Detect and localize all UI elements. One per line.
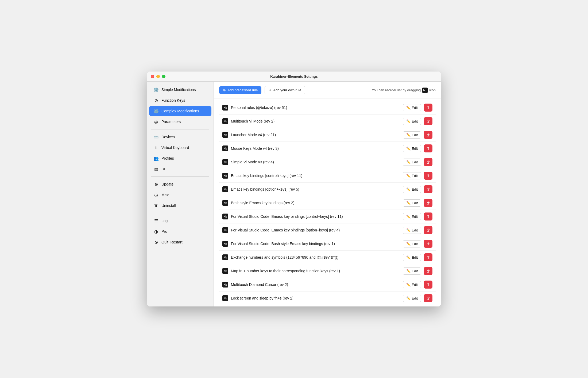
rule-row: N↕ Emacs key bindings [option+keys] (rev…	[219, 183, 436, 196]
edit-rule-button[interactable]: ✏️ Edit	[403, 213, 421, 220]
trash-icon: 🗑	[426, 146, 430, 151]
edit-rule-button[interactable]: ✏️ Edit	[403, 118, 421, 125]
edit-pencil-icon: ✏️	[406, 119, 411, 123]
sidebar-item-uninstall[interactable]: 🗑 Uninstall	[149, 200, 211, 211]
edit-label: Edit	[412, 147, 418, 151]
rule-row: N↕ Emacs key bindings [control+keys] (re…	[219, 169, 436, 183]
edit-pencil-icon: ✏️	[406, 269, 411, 273]
edit-rule-button[interactable]: ✏️ Edit	[403, 172, 421, 179]
edit-label: Edit	[412, 242, 418, 246]
minimize-button[interactable]	[156, 75, 160, 78]
sidebar-item-function-keys[interactable]: ⊙ Function Keys	[149, 95, 211, 105]
ui-icon: ▤	[153, 166, 159, 172]
maximize-button[interactable]	[162, 75, 165, 78]
edit-label: Edit	[412, 228, 418, 232]
update-icon: ⊕	[153, 182, 159, 187]
edit-rule-button[interactable]: ✏️ Edit	[403, 267, 421, 275]
rule-karabiner-icon: N↕	[222, 268, 228, 274]
rule-row: N↕ Launcher Mode v4 (rev 21) ✏️ Edit 🗑	[219, 128, 436, 142]
edit-pencil-icon: ✏️	[406, 228, 411, 232]
sidebar-label-simple-modifications: Simple Modifications	[161, 88, 196, 92]
rule-name: For Visual Studio Code: Bash style Emacs…	[231, 242, 400, 246]
edit-rule-button[interactable]: ✏️ Edit	[403, 186, 421, 193]
rule-karabiner-icon: N↕	[222, 118, 228, 124]
titlebar: Karabiner-Elements Settings	[147, 72, 441, 82]
sidebar-item-pro[interactable]: ◑ Pro	[149, 226, 211, 237]
sidebar-item-simple-modifications[interactable]: ⚙️ Simple Modifications	[149, 85, 211, 95]
close-button[interactable]	[151, 75, 154, 78]
trash-icon: 🗑	[426, 201, 430, 205]
sidebar-item-complex-modifications[interactable]: ⚙️ Complex Modifications	[149, 106, 211, 116]
rule-name: Simple Vi Mode v3 (rev 4)	[231, 160, 400, 164]
delete-rule-button[interactable]: 🗑	[424, 240, 432, 248]
edit-rule-button[interactable]: ✏️ Edit	[403, 131, 421, 139]
sidebar-item-ui[interactable]: ▤ UI	[149, 164, 211, 174]
log-icon: ☰	[153, 218, 159, 223]
edit-rule-button[interactable]: ✏️ Edit	[403, 254, 421, 261]
edit-rule-button[interactable]: ✏️ Edit	[403, 295, 421, 302]
delete-rule-button[interactable]: 🗑	[424, 104, 432, 112]
sidebar-item-profiles[interactable]: 👥 Profiles	[149, 153, 211, 163]
delete-rule-button[interactable]: 🗑	[424, 212, 432, 220]
rule-karabiner-icon: N↕	[222, 254, 228, 260]
rule-name: Lock screen and sleep by fn+s (rev 2)	[231, 296, 400, 300]
sidebar-item-quit-restart[interactable]: ⊗ Quit, Restart	[149, 237, 211, 247]
rule-karabiner-icon: N↕	[222, 227, 228, 233]
add-predefined-rule-button[interactable]: ⊕ Add predefined rule	[219, 86, 261, 94]
sidebar-label-ui: UI	[161, 167, 165, 171]
content-area: ⚙️ Simple Modifications ⊙ Function Keys …	[147, 82, 441, 306]
edit-rule-button[interactable]: ✏️ Edit	[403, 227, 421, 234]
delete-rule-button[interactable]: 🗑	[424, 199, 432, 207]
delete-rule-button[interactable]: 🗑	[424, 117, 432, 125]
add-own-rule-button[interactable]: ✦ Add your own rule	[265, 86, 305, 94]
edit-rule-button[interactable]: ✏️ Edit	[403, 281, 421, 288]
edit-pencil-icon: ✏️	[406, 215, 411, 219]
edit-rule-button[interactable]: ✏️ Edit	[403, 104, 421, 111]
add-own-label: Add your own rule	[273, 88, 301, 92]
sidebar-label-complex-modifications: Complex Modifications	[161, 109, 199, 113]
sidebar-item-devices[interactable]: ⌨️ Devices	[149, 132, 211, 142]
edit-rule-button[interactable]: ✏️ Edit	[403, 199, 421, 207]
edit-rule-button[interactable]: ✏️ Edit	[403, 145, 421, 152]
sidebar-item-log[interactable]: ☰ Log	[149, 216, 211, 226]
edit-pencil-icon: ✏️	[406, 174, 411, 178]
delete-rule-button[interactable]: 🗑	[424, 158, 432, 166]
delete-rule-button[interactable]: 🗑	[424, 172, 432, 180]
trash-icon: 🗑	[426, 105, 430, 110]
sidebar-divider-2	[151, 176, 209, 177]
edit-label: Edit	[412, 174, 418, 178]
delete-rule-button[interactable]: 🗑	[424, 131, 432, 139]
sidebar-label-quit-restart: Quit, Restart	[161, 240, 183, 244]
edit-pencil-icon: ✏️	[406, 283, 411, 287]
function-keys-icon: ⊙	[153, 98, 159, 103]
sidebar-label-parameters: Parameters	[161, 120, 181, 124]
trash-icon: 🗑	[426, 282, 430, 287]
delete-rule-button[interactable]: 🗑	[424, 226, 432, 234]
rule-karabiner-icon: N↕	[222, 200, 228, 206]
trash-icon: 🗑	[426, 174, 430, 178]
sidebar-item-parameters[interactable]: ◎ Parameters	[149, 117, 211, 127]
delete-rule-button[interactable]: 🗑	[424, 185, 432, 193]
sidebar-item-virtual-keyboard[interactable]: ⌗ Virtual Keyboard	[149, 143, 211, 153]
delete-rule-button[interactable]: 🗑	[424, 267, 432, 275]
plus-circle-icon: ⊕	[223, 88, 226, 92]
sidebar-item-update[interactable]: ⊕ Update	[149, 179, 211, 189]
sidebar-divider-3	[151, 213, 209, 213]
edit-rule-button[interactable]: ✏️ Edit	[403, 159, 421, 166]
delete-rule-button[interactable]: 🗑	[424, 281, 432, 289]
rule-row: N↕ Mouse Keys Mode v4 (rev 3) ✏️ Edit 🗑	[219, 142, 436, 155]
trash-icon: 🗑	[426, 119, 430, 123]
sidebar-item-misc[interactable]: ◷ Misc	[149, 190, 211, 200]
rule-karabiner-icon: N↕	[222, 214, 228, 219]
rule-name: Personal rules (@tekezo) (rev 51)	[231, 105, 400, 110]
rule-karabiner-icon: N↕	[222, 105, 228, 111]
app-window: Karabiner-Elements Settings ⚙️ Simple Mo…	[147, 72, 441, 306]
trash-icon: 🗑	[426, 296, 430, 300]
edit-label: Edit	[412, 160, 418, 164]
trash-icon: 🗑	[426, 160, 430, 164]
delete-rule-button[interactable]: 🗑	[424, 253, 432, 261]
delete-rule-button[interactable]: 🗑	[424, 144, 432, 152]
edit-rule-button[interactable]: ✏️ Edit	[403, 240, 421, 247]
delete-rule-button[interactable]: 🗑	[424, 294, 432, 302]
rule-row: N↕ Multitouch Diamond Cursor (rev 2) ✏️ …	[219, 278, 436, 292]
